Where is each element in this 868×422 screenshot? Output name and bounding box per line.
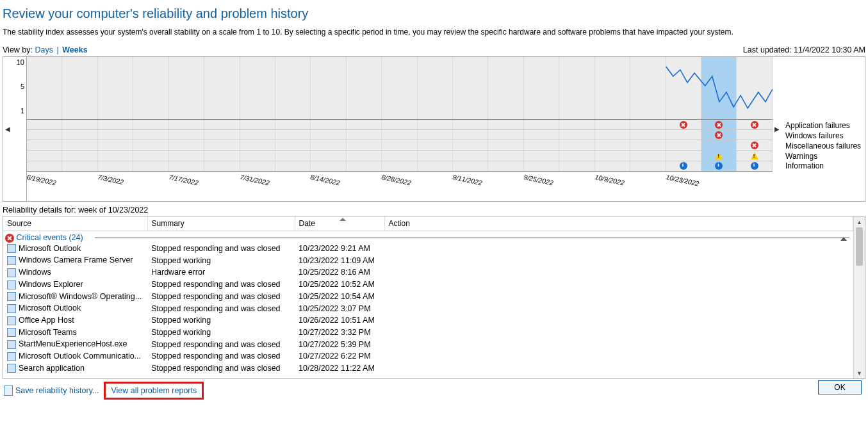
event-cell[interactable]	[169, 140, 204, 150]
event-cell[interactable]	[62, 161, 97, 171]
chart-column[interactable]	[559, 57, 594, 119]
event-cell[interactable]	[701, 130, 737, 140]
event-cell[interactable]	[62, 120, 97, 129]
event-cell[interactable]	[737, 140, 772, 150]
chart-column[interactable]	[666, 57, 701, 119]
event-cell[interactable]	[27, 130, 62, 140]
chart-column[interactable]	[630, 57, 666, 119]
event-cell[interactable]	[453, 130, 488, 140]
ok-button[interactable]: OK	[818, 380, 862, 394]
table-row[interactable]: Microsoft OutlookStopped responding and …	[3, 302, 853, 314]
chart-column[interactable]	[453, 57, 488, 119]
event-cell[interactable]	[204, 151, 240, 161]
collapse-icon[interactable]	[840, 237, 847, 241]
table-row[interactable]: Search applicationStopped responding and…	[3, 362, 853, 375]
event-cell[interactable]	[347, 151, 382, 161]
event-cell[interactable]	[559, 120, 594, 129]
event-cell[interactable]	[27, 140, 62, 150]
view-all-problem-reports-link[interactable]: View all problem reports	[111, 386, 197, 395]
event-cell[interactable]	[98, 140, 133, 150]
table-row[interactable]: Windows ExplorerStopped responding and w…	[3, 279, 853, 291]
event-cell[interactable]	[488, 130, 523, 140]
event-cell[interactable]	[418, 120, 453, 129]
event-cell[interactable]	[382, 151, 417, 161]
event-cell[interactable]	[524, 161, 559, 171]
event-cell[interactable]	[62, 140, 97, 150]
event-cell[interactable]	[347, 130, 382, 140]
event-cell[interactable]	[204, 161, 240, 171]
event-cell[interactable]	[27, 151, 62, 161]
event-cell[interactable]	[133, 130, 168, 140]
chart-column[interactable]	[275, 57, 311, 119]
event-cell[interactable]	[311, 130, 346, 140]
event-cell[interactable]	[204, 140, 240, 150]
event-cell[interactable]	[240, 140, 275, 150]
chart-column[interactable]	[524, 57, 559, 119]
view-by-weeks-link[interactable]: Weeks	[62, 45, 87, 54]
event-cell[interactable]	[559, 130, 594, 140]
chart-column[interactable]	[737, 57, 772, 119]
scroll-thumb[interactable]	[856, 227, 863, 266]
event-cell[interactable]	[595, 120, 630, 129]
event-cell[interactable]	[382, 161, 417, 171]
event-cell[interactable]	[453, 161, 488, 171]
event-cell[interactable]	[630, 151, 666, 161]
group-header-row[interactable]: Critical events (24)	[3, 231, 853, 243]
event-cell[interactable]	[204, 130, 240, 140]
event-cell[interactable]	[418, 130, 453, 140]
event-cell[interactable]	[275, 161, 311, 171]
event-cell[interactable]	[630, 120, 666, 129]
event-cell[interactable]	[382, 130, 417, 140]
table-row[interactable]: Microsoft® Windows® Operating...Stopped …	[3, 291, 853, 303]
event-cell[interactable]	[27, 120, 62, 129]
col-summary[interactable]: Summary	[147, 216, 295, 231]
event-cell[interactable]	[133, 140, 168, 150]
chart-column[interactable]	[382, 57, 417, 119]
event-cell[interactable]	[488, 120, 523, 129]
scroll-up-icon[interactable]: ▲	[854, 216, 865, 227]
event-cell[interactable]	[737, 151, 772, 161]
event-cell[interactable]	[133, 120, 168, 129]
event-cell[interactable]	[347, 140, 382, 150]
event-cell[interactable]	[595, 151, 630, 161]
table-row[interactable]: Microsoft TeamsStopped working10/27/2022…	[3, 327, 853, 339]
event-cell[interactable]	[133, 151, 168, 161]
event-cell[interactable]	[559, 161, 594, 171]
event-cell[interactable]	[98, 130, 133, 140]
table-row[interactable]: WindowsHardware error10/25/2022 8:16 AM	[3, 266, 853, 279]
event-cell[interactable]	[347, 120, 382, 129]
table-row[interactable]: StartMenuExperienceHost.exeStopped respo…	[3, 338, 853, 350]
event-cell[interactable]	[62, 151, 97, 161]
event-cell[interactable]	[382, 140, 417, 150]
event-cell[interactable]	[666, 161, 701, 171]
event-cell[interactable]	[453, 120, 488, 129]
event-cell[interactable]	[275, 130, 311, 140]
chart-column[interactable]	[701, 57, 737, 119]
event-cell[interactable]	[630, 161, 666, 171]
chart-scroll-right[interactable]: ▶	[773, 57, 782, 201]
event-cell[interactable]	[133, 161, 168, 171]
event-cell[interactable]	[595, 161, 630, 171]
event-cell[interactable]	[737, 120, 772, 129]
event-cell[interactable]	[559, 140, 594, 150]
chart-column[interactable]	[595, 57, 630, 119]
event-cell[interactable]	[524, 151, 559, 161]
event-cell[interactable]	[701, 120, 737, 129]
chart-column[interactable]	[204, 57, 240, 119]
event-cell[interactable]	[169, 151, 204, 161]
event-cell[interactable]	[98, 151, 133, 161]
event-cell[interactable]	[204, 120, 240, 129]
chart-column[interactable]	[98, 57, 133, 119]
table-row[interactable]: Office App HostStopped working10/26/2022…	[3, 314, 853, 327]
event-cell[interactable]	[524, 140, 559, 150]
chart-column[interactable]	[488, 57, 523, 119]
event-cell[interactable]	[275, 151, 311, 161]
save-reliability-history-link[interactable]: Save reliability history...	[15, 386, 99, 395]
event-cell[interactable]	[418, 140, 453, 150]
chart-column[interactable]	[240, 57, 275, 119]
col-action[interactable]: Action	[384, 216, 853, 231]
scroll-down-icon[interactable]: ▼	[854, 368, 865, 378]
chart-column[interactable]	[418, 57, 453, 119]
event-cell[interactable]	[737, 130, 772, 140]
event-cell[interactable]	[275, 140, 311, 150]
